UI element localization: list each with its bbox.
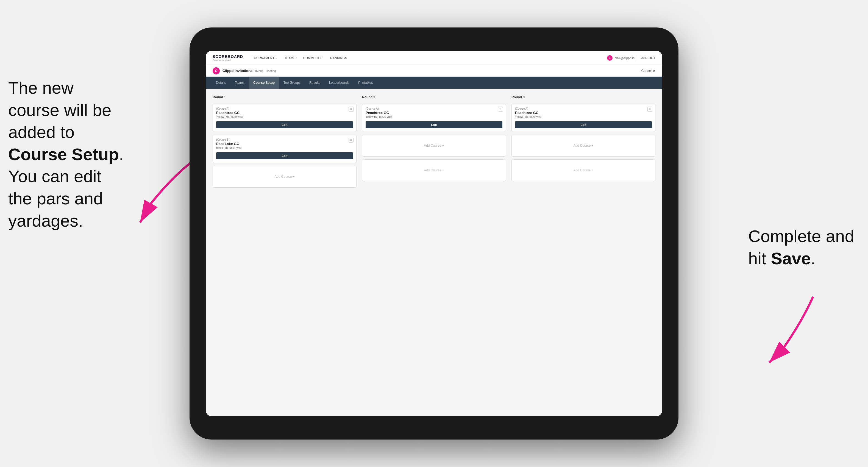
- user-avatar: B: [607, 55, 613, 61]
- user-email: blair@clippd.io: [615, 56, 634, 60]
- round3-course-a-edit-button[interactable]: Edit: [515, 121, 652, 128]
- arrow-right-icon: [742, 288, 824, 371]
- annotation-line1: The new: [8, 78, 73, 97]
- round2-add-course-label: Add Course +: [424, 144, 444, 148]
- round2-course-a-edit-button[interactable]: Edit: [366, 121, 502, 128]
- round1-course-b-edit-button[interactable]: Edit: [216, 152, 353, 159]
- round1-course-a-tag: (Course A): [216, 107, 353, 110]
- round3-course-a-name: Peachtree GC: [515, 111, 652, 115]
- top-nav: SCOREBOARD Powered by clippd TOURNAMENTS…: [206, 51, 662, 65]
- round2-add-course-disabled-label: Add Course +: [424, 168, 444, 172]
- round-1-column: Round 1 ✕ (Course A) Peachtree GC Yellow…: [213, 95, 356, 188]
- round2-course-a-tag: (Course A): [366, 107, 502, 110]
- cancel-button[interactable]: Cancel ✕: [641, 69, 655, 73]
- round1-course-b-details: Black (M) (6891 yds): [216, 147, 353, 150]
- round2-course-a-details: Yellow (M) (6629 yds): [366, 115, 502, 118]
- round1-course-b-name: East Lake GC: [216, 142, 353, 146]
- round1-course-a-edit-button[interactable]: Edit: [216, 121, 353, 128]
- annotation-line7: yardages.: [8, 211, 83, 230]
- round1-course-b-card: ✕ (Course B) East Lake GC Black (M) (689…: [213, 134, 356, 163]
- round1-course-b-tag: (Course B): [216, 138, 353, 141]
- annotation-line3: added to: [8, 123, 74, 142]
- round3-add-course-label: Add Course +: [573, 144, 594, 148]
- round-1-label: Round 1: [213, 95, 356, 99]
- main-content: Round 1 ✕ (Course A) Peachtree GC Yellow…: [206, 89, 662, 416]
- tab-leaderboards[interactable]: Leaderboards: [325, 76, 354, 89]
- round1-course-a-name: Peachtree GC: [216, 111, 353, 115]
- round2-add-course-button[interactable]: Add Course +: [362, 134, 506, 157]
- round3-add-course-button[interactable]: Add Course +: [512, 134, 655, 157]
- tab-bar: Details Teams Course Setup Tee Groups Re…: [206, 76, 662, 89]
- round3-course-a-delete-button[interactable]: ✕: [647, 106, 652, 112]
- annotation-right-line3: .: [811, 249, 815, 268]
- tournament-name: Clippd Invitational: [222, 69, 253, 73]
- round1-course-b-delete-button[interactable]: ✕: [348, 137, 353, 143]
- tab-details[interactable]: Details: [212, 76, 230, 89]
- round3-add-course-disabled-label: Add Course +: [573, 168, 594, 172]
- tab-printables[interactable]: Printables: [354, 76, 377, 89]
- round1-course-a-details: Yellow (M) (6629 yds): [216, 115, 353, 118]
- annotation-right-line1: Complete and: [748, 227, 854, 246]
- round-3-column: Round 3 ✕ (Course A) Peachtree GC Yellow…: [512, 95, 655, 188]
- tab-tee-groups[interactable]: Tee Groups: [279, 76, 305, 89]
- nav-right: B blair@clippd.io | Sign out: [607, 55, 655, 61]
- nav-rankings[interactable]: RANKINGS: [330, 55, 347, 61]
- round2-course-a-delete-button[interactable]: ✕: [498, 106, 503, 112]
- round1-course-a-delete-button[interactable]: ✕: [348, 106, 353, 112]
- annotation-left: The new course will be added to Course S…: [8, 77, 124, 232]
- round2-course-a-card: ✕ (Course A) Peachtree GC Yellow (M) (66…: [362, 103, 506, 132]
- nav-teams[interactable]: TEAMS: [284, 55, 295, 61]
- tournament-gender-tag: (Men): [255, 69, 263, 72]
- round-2-label: Round 2: [362, 95, 506, 99]
- round3-course-a-details: Yellow (M) (6629 yds): [515, 115, 652, 118]
- round2-course-a-name: Peachtree GC: [366, 111, 502, 115]
- tablet-screen: SCOREBOARD Powered by clippd TOURNAMENTS…: [206, 51, 662, 416]
- tab-teams[interactable]: Teams: [230, 76, 249, 89]
- round-2-column: Round 2 ✕ (Course A) Peachtree GC Yellow…: [362, 95, 506, 188]
- annotation-line5: You can edit: [8, 167, 101, 186]
- nav-committee[interactable]: COMMITTEE: [303, 55, 323, 61]
- round3-course-a-card: ✕ (Course A) Peachtree GC Yellow (M) (66…: [512, 103, 655, 132]
- round-3-label: Round 3: [512, 95, 655, 99]
- nav-tournaments[interactable]: TOURNAMENTS: [252, 55, 277, 61]
- annotation-bold: Course Setup: [8, 145, 119, 164]
- logo-area: SCOREBOARD Powered by clippd: [213, 54, 243, 61]
- tournament-logo: C: [213, 67, 220, 74]
- annotation-line2: course will be: [8, 100, 112, 120]
- round1-course-a-card: ✕ (Course A) Peachtree GC Yellow (M) (66…: [213, 103, 356, 132]
- tab-results[interactable]: Results: [305, 76, 325, 89]
- tournament-hosting: Hosting: [266, 69, 276, 72]
- annotation-right-bold: Save: [771, 249, 811, 268]
- annotation-right: Complete and hit Save.: [748, 225, 854, 270]
- round3-course-a-tag: (Course A): [515, 107, 652, 110]
- annotation-right-line2: hit: [748, 249, 771, 268]
- tablet-device: SCOREBOARD Powered by clippd TOURNAMENTS…: [189, 28, 679, 439]
- round1-add-course-label: Add Course +: [274, 175, 295, 179]
- tab-course-setup[interactable]: Course Setup: [249, 76, 279, 89]
- nav-links: TOURNAMENTS TEAMS COMMITTEE RANKINGS: [252, 55, 607, 61]
- round3-add-course-disabled: Add Course +: [512, 159, 655, 181]
- sign-out-link[interactable]: Sign out: [640, 55, 655, 61]
- annotation-line6: the pars and: [8, 189, 103, 208]
- round2-add-course-disabled: Add Course +: [362, 159, 506, 181]
- tournament-bar: C Clippd Invitational (Men) Hosting Canc…: [206, 65, 662, 76]
- round1-add-course-button[interactable]: Add Course +: [213, 166, 356, 188]
- rounds-grid: Round 1 ✕ (Course A) Peachtree GC Yellow…: [213, 95, 655, 188]
- logo-scoreboard: SCOREBOARD: [213, 54, 243, 59]
- logo-powered: Powered by clippd: [213, 59, 243, 61]
